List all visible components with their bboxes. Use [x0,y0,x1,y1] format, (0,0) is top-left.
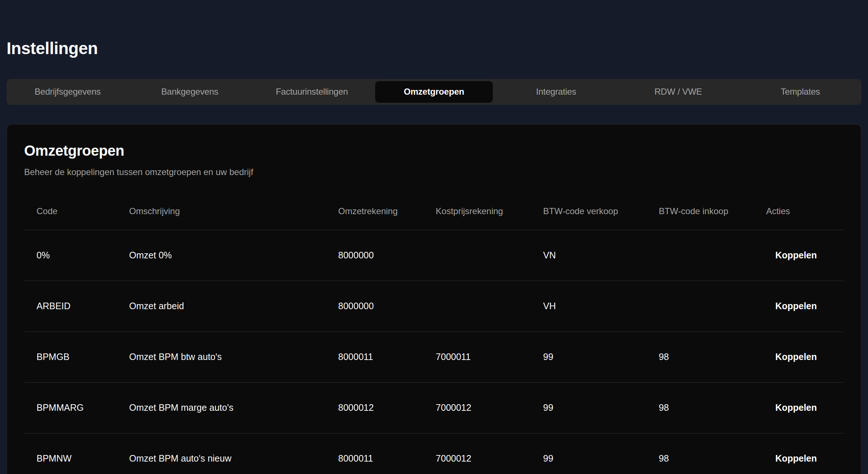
settings-page: Instellingen Bedrijfsgegevens Bankgegeve… [0,0,868,474]
cell-acties: Koppelen [754,281,844,331]
cell-btw-verkoop: 99 [531,382,646,433]
cell-code: BPMNW [24,433,117,474]
cell-btw-verkoop: VH [531,281,646,331]
col-header-omzetrekening: Omzetrekening [326,193,423,230]
cell-code: BPMGB [24,331,117,382]
table-row: BPMMARG Omzet BPM marge auto's 8000012 7… [24,382,844,433]
cell-omschrijving: Omzet BPM auto's nieuw [117,433,326,474]
cell-btw-inkoop: 98 [646,331,754,382]
omzetgroepen-card: Omzetgroepen Beheer de koppelingen tusse… [7,124,861,474]
tab-rdw-vwe[interactable]: RDW / VWE [619,81,737,103]
tab-factuurinstellingen[interactable]: Factuurinstellingen [253,81,371,103]
page-title: Instellingen [7,39,861,58]
cell-kostprijsrekening [423,230,531,281]
cell-omschrijving: Omzet BPM marge auto's [117,382,326,433]
card-title: Omzetgroepen [24,142,844,159]
col-header-btw-code-verkoop: BTW-code verkoop [531,193,646,230]
col-header-kostprijsrekening: Kostprijsrekening [423,193,531,230]
koppelen-button[interactable]: Koppelen [775,402,817,413]
tab-templates[interactable]: Templates [742,81,859,103]
cell-acties: Koppelen [754,382,844,433]
cell-omschrijving: Omzet BPM btw auto's [117,331,326,382]
cell-kostprijsrekening [423,281,531,331]
omzetgroepen-table: Code Omschrijving Omzetrekening Kostprij… [24,193,844,474]
cell-acties: Koppelen [754,331,844,382]
table-row: ARBEID Omzet arbeid 8000000 VH Koppelen [24,281,844,331]
cell-code: ARBEID [24,281,117,331]
cell-omschrijving: Omzet 0% [117,230,326,281]
koppelen-button[interactable]: Koppelen [775,453,817,464]
cell-omzetrekening: 8000011 [326,331,423,382]
tab-bankgegevens[interactable]: Bankgegevens [131,81,248,103]
cell-btw-inkoop: 98 [646,433,754,474]
settings-tabbar: Bedrijfsgegevens Bankgegevens Factuurins… [7,79,861,105]
col-header-acties: Acties [754,193,844,230]
cell-omzetrekening: 8000000 [326,230,423,281]
cell-omzetrekening: 8000000 [326,281,423,331]
cell-btw-inkoop: 98 [646,382,754,433]
cell-btw-inkoop [646,281,754,331]
cell-omzetrekening: 8000011 [326,433,423,474]
cell-acties: Koppelen [754,433,844,474]
col-header-omschrijving: Omschrijving [117,193,326,230]
cell-omzetrekening: 8000012 [326,382,423,433]
card-subtitle: Beheer de koppelingen tussen omzetgroepe… [24,166,844,178]
koppelen-button[interactable]: Koppelen [775,301,817,311]
col-header-btw-code-inkoop: BTW-code inkoop [646,193,754,230]
table-row: 0% Omzet 0% 8000000 VN Koppelen [24,230,844,281]
col-header-code: Code [24,193,117,230]
cell-btw-inkoop [646,230,754,281]
cell-btw-verkoop: VN [531,230,646,281]
tab-integraties[interactable]: Integraties [497,81,615,103]
koppelen-button[interactable]: Koppelen [775,352,817,362]
cell-acties: Koppelen [754,230,844,281]
cell-code: BPMMARG [24,382,117,433]
koppelen-button[interactable]: Koppelen [775,250,817,261]
cell-code: 0% [24,230,117,281]
tab-omzetgroepen[interactable]: Omzetgroepen [375,81,493,103]
cell-btw-verkoop: 99 [531,331,646,382]
cell-kostprijsrekening: 7000012 [423,382,531,433]
cell-kostprijsrekening: 7000012 [423,433,531,474]
cell-kostprijsrekening: 7000011 [423,331,531,382]
cell-btw-verkoop: 99 [531,433,646,474]
table-row: BPMGB Omzet BPM btw auto's 8000011 70000… [24,331,844,382]
table-row: BPMNW Omzet BPM auto's nieuw 8000011 700… [24,433,844,474]
table-header-row: Code Omschrijving Omzetrekening Kostprij… [24,193,844,230]
tab-bedrijfsgegevens[interactable]: Bedrijfsgegevens [9,81,126,103]
cell-omschrijving: Omzet arbeid [117,281,326,331]
